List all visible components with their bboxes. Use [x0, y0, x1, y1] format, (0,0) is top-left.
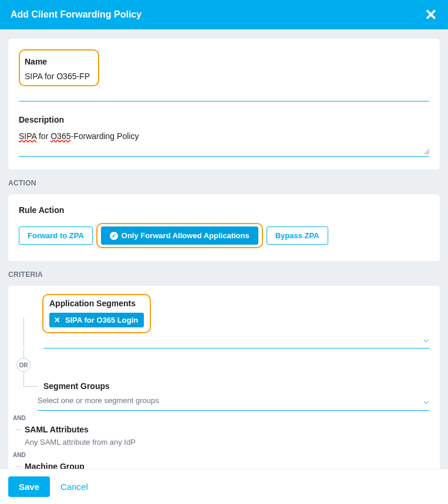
description-input[interactable]: SIPA for O365-Forwarding Policy	[19, 129, 429, 157]
description-wrap: SIPA for O365-Forwarding Policy	[19, 129, 429, 157]
rule-action-label: Rule Action	[19, 205, 64, 215]
or-operator: OR	[16, 358, 31, 372]
chevron-down-icon[interactable]: ⌵	[423, 395, 429, 406]
close-icon[interactable]: ✕	[425, 6, 437, 24]
description-label: Description	[19, 115, 64, 124]
only-forward-allowed-button[interactable]: ✓ Only Forward Allowed Applications	[101, 226, 258, 245]
criteria-card: Application Segments ✕ SIPA for O365 Log…	[8, 286, 440, 469]
save-button[interactable]: Save	[8, 476, 50, 497]
criteria-section-label: CRITERIA	[8, 270, 448, 279]
segment-groups-select[interactable]: Select one or more segment groups ⌵	[38, 394, 429, 411]
desc-token-mid: for	[36, 131, 50, 141]
name-description-card: Name SIPA for O365-FP Description SIPA f…	[8, 39, 440, 170]
chip-remove-icon[interactable]: ✕	[54, 316, 60, 324]
connector-h	[15, 466, 21, 467]
modal-footer: Save Cancel	[0, 469, 448, 504]
machine-group-section: Machine Group Select one or more machine…	[14, 462, 429, 469]
modal-title: Add Client Forwarding Policy	[11, 9, 142, 20]
rule-action-group: Forward to ZPA ✓ Only Forward Allowed Ap…	[19, 223, 429, 248]
cancel-button[interactable]: Cancel	[60, 482, 88, 492]
app-segments-label: Application Segments	[49, 299, 144, 308]
app-segment-chip[interactable]: ✕ SIPA for O365 Login	[49, 313, 144, 327]
desc-token-suffix: -Forwarding Policy	[70, 131, 139, 141]
name-input[interactable]	[19, 75, 429, 102]
modal-header: Add Client Forwarding Policy ✕	[0, 0, 448, 29]
and-operator: AND	[12, 451, 27, 459]
action-section-label: ACTION	[8, 179, 448, 187]
only-forward-label: Only Forward Allowed Applications	[122, 231, 250, 240]
forward-to-zpa-button[interactable]: Forward to ZPA	[19, 226, 93, 245]
only-forward-highlight: ✓ Only Forward Allowed Applications	[96, 223, 263, 248]
check-circle-icon: ✓	[110, 232, 118, 240]
and-operator: AND	[12, 414, 27, 422]
connector-h	[23, 386, 38, 387]
connector-line	[23, 349, 24, 358]
name-label: Name	[25, 57, 47, 66]
resize-handle-icon[interactable]	[423, 148, 429, 154]
machine-group-label: Machine Group	[25, 462, 429, 469]
desc-token-sipa: SIPA	[19, 131, 36, 141]
connector-line	[23, 317, 24, 347]
chevron-down-icon[interactable]: ⌵	[423, 333, 429, 344]
segment-groups-label: Segment Groups	[43, 381, 429, 391]
chip-label: SIPA for O365 Login	[65, 316, 138, 324]
action-card: Rule Action Forward to ZPA ✓ Only Forwar…	[8, 194, 440, 261]
modal-body[interactable]: Name SIPA for O365-FP Description SIPA f…	[0, 29, 448, 469]
saml-attributes-subtext: Any SAML attribute from any IdP	[25, 438, 429, 447]
segment-groups-section: Segment Groups Select one or more segmen…	[14, 381, 429, 411]
saml-attributes-section: SAML Attributes Any SAML attribute from …	[14, 425, 429, 447]
app-segments-highlight: Application Segments ✕ SIPA for O365 Log…	[42, 294, 151, 333]
desc-token-o365: O365	[50, 131, 70, 141]
segment-groups-placeholder: Select one or more segment groups	[38, 396, 423, 405]
connector-line	[23, 372, 24, 386]
saml-attributes-label: SAML Attributes	[25, 425, 429, 434]
connector-h	[15, 429, 21, 430]
bypass-zpa-button[interactable]: Bypass ZPA	[267, 226, 328, 245]
